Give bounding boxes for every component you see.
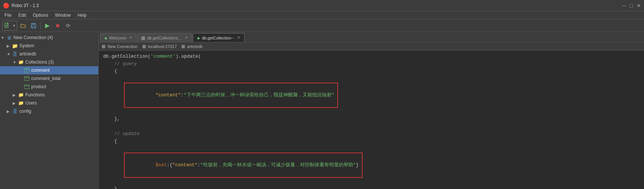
tab-getcollection2[interactable]: ● db.getCollection··· ✕ bbox=[193, 33, 245, 42]
menu-file[interactable]: File bbox=[1, 12, 15, 19]
arrow-product: ▶ bbox=[19, 85, 24, 89]
title-bar-controls[interactable]: ─ □ ✕ bbox=[622, 3, 641, 8]
collections-label: Collections (3) bbox=[25, 60, 54, 65]
config-label: config bbox=[19, 109, 31, 114]
close-button[interactable]: ✕ bbox=[637, 3, 641, 8]
comment-total-label: comment_total bbox=[31, 76, 61, 81]
svg-rect-9 bbox=[24, 77, 29, 80]
toolbar-sep-1 bbox=[40, 22, 41, 29]
sidebar-item-product[interactable]: ▶ product bbox=[0, 83, 98, 91]
run-button[interactable]: ▶ bbox=[43, 21, 52, 30]
arrow-connection: ▼ bbox=[1, 36, 6, 40]
comment-label: comment bbox=[31, 68, 50, 73]
toolbar: ▼ ▶ ■ ⟳ bbox=[0, 19, 644, 32]
system-label: System bbox=[19, 43, 34, 48]
arrow-users: ▶ bbox=[13, 101, 18, 105]
server-icon: 🖥 bbox=[6, 35, 12, 41]
menu-options[interactable]: Options bbox=[30, 12, 51, 19]
tab-getcollection2-close[interactable]: ✕ bbox=[237, 35, 240, 40]
arrow-system: ▶ bbox=[7, 44, 12, 48]
stop-button[interactable]: ■ bbox=[53, 21, 62, 30]
new-button[interactable] bbox=[3, 21, 12, 30]
code-line-comment-update: // update bbox=[99, 130, 644, 138]
breadcrumb-connection: New Connection bbox=[108, 44, 138, 49]
app-logo: 🔴 bbox=[3, 3, 9, 9]
menu-edit[interactable]: Edit bbox=[15, 12, 29, 19]
menu-window[interactable]: Window bbox=[52, 12, 74, 19]
folder-icon-collections: 📁 bbox=[18, 59, 24, 65]
tab-getcollection1-icon: ▦ bbox=[141, 35, 145, 41]
code-line-highlighted-query: "content":"下午两三点的时候，冲一杯绿茶给自己，既提神醒脑，又能抵抗辐… bbox=[99, 75, 644, 115]
maximize-button[interactable]: □ bbox=[630, 3, 633, 8]
product-label: product bbox=[31, 84, 46, 89]
open-button[interactable] bbox=[19, 21, 28, 30]
breadcrumb-icon-db: ▦ bbox=[181, 44, 185, 49]
articledb-label: articledb bbox=[19, 51, 36, 57]
tab-getcollection2-dot: ● bbox=[197, 35, 200, 41]
sidebar-item-comment-total[interactable]: ▶ comment_total bbox=[0, 74, 98, 83]
sidebar-item-users[interactable]: ▶ 📁 Users bbox=[0, 99, 98, 107]
save-button[interactable] bbox=[29, 21, 38, 30]
breadcrumb-host: localhost:27017 bbox=[148, 44, 177, 49]
tab-getcollection1-label: db.getCollection(… bbox=[147, 36, 182, 40]
editor-area: ● Welcome ✕ ▦ db.getCollection(… ✕ ● db.… bbox=[99, 32, 644, 189]
sidebar-item-connection[interactable]: ▼ 🖥 New Connection (4) bbox=[0, 33, 98, 42]
code-editor[interactable]: db.getCollection('comment').update( // q… bbox=[99, 51, 644, 189]
collection-icon-comment bbox=[24, 67, 30, 73]
sidebar-item-collections[interactable]: ▼ 📁 Collections (3) bbox=[0, 58, 98, 66]
main-content: ▼ 🖥 New Connection (4) ▶ 📁 System ▼ 🗄 ar… bbox=[0, 32, 644, 189]
code-line-closebrace1: }, bbox=[99, 115, 644, 123]
menu-bar: File Edit Options Window Help bbox=[0, 11, 644, 19]
folder-icon-functions: 📁 bbox=[18, 92, 24, 98]
arrow-functions: ▶ bbox=[13, 93, 18, 97]
toolbar-new-group: ▼ bbox=[2, 21, 17, 31]
code-line-func: db.getCollection('comment').update( bbox=[99, 53, 644, 60]
arrow-articledb: ▼ bbox=[7, 52, 12, 56]
tab-bar: ● Welcome ✕ ▦ db.getCollection(… ✕ ● db.… bbox=[99, 32, 644, 42]
tab-getcollection2-label: db.getCollection··· bbox=[202, 36, 235, 40]
sidebar-item-articledb[interactable]: ▼ 🗄 articledb bbox=[0, 50, 98, 58]
svg-rect-6 bbox=[32, 26, 35, 28]
tab-welcome-dot: ● bbox=[104, 35, 107, 41]
code-line-brace1: { bbox=[99, 68, 644, 75]
code-line-closebrace2: }, bbox=[99, 185, 644, 189]
dropdown-arrow[interactable]: ▼ bbox=[12, 21, 17, 30]
menu-help[interactable]: Help bbox=[74, 12, 90, 19]
tab-getcollection1[interactable]: ▦ db.getCollection(… ✕ bbox=[137, 33, 192, 42]
code-line-highlighted-update: $set:{"content":"吃饭前，先喝一杯水或一碗汤，可减少饭量，对控制… bbox=[99, 145, 644, 185]
users-label: Users bbox=[25, 100, 37, 106]
breadcrumb-db: articledb bbox=[187, 44, 203, 49]
folder-icon-system: 📁 bbox=[12, 43, 18, 49]
title-bar-left: 🔴 Robo 3T - 1.3 bbox=[3, 3, 39, 9]
code-line-empty1 bbox=[99, 123, 644, 130]
collection-icon-product bbox=[24, 84, 30, 90]
sidebar: ▼ 🖥 New Connection (4) ▶ 📁 System ▼ 🗄 ar… bbox=[0, 32, 99, 189]
connection-label: New Connection (4) bbox=[13, 35, 53, 40]
svg-rect-11 bbox=[24, 85, 29, 89]
arrow-config: ▶ bbox=[7, 109, 12, 113]
breadcrumb: ▦ New Connection ▦ localhost:27017 ▦ art… bbox=[99, 42, 644, 51]
breadcrumb-icon-connection: ▦ bbox=[102, 44, 105, 49]
refresh-button[interactable]: ⟳ bbox=[64, 21, 73, 30]
minimize-button[interactable]: ─ bbox=[622, 3, 626, 8]
arrow-comment: ▶ bbox=[19, 68, 24, 73]
tab-getcollection1-close[interactable]: ✕ bbox=[185, 35, 188, 40]
db-icon-articledb: 🗄 bbox=[12, 51, 18, 57]
title-bar: 🔴 Robo 3T - 1.3 ─ □ ✕ bbox=[0, 0, 644, 11]
app-title: Robo 3T - 1.3 bbox=[12, 3, 39, 8]
tab-welcome[interactable]: ● Welcome ✕ bbox=[100, 33, 136, 42]
code-line-comment-query: // query bbox=[99, 60, 644, 68]
sidebar-item-functions[interactable]: ▶ 📁 Functions bbox=[0, 91, 98, 99]
sidebar-item-system[interactable]: ▶ 📁 System bbox=[0, 42, 98, 50]
sidebar-item-comment[interactable]: ▶ comment bbox=[0, 66, 98, 74]
db-icon-config: 🗄 bbox=[12, 108, 18, 114]
svg-rect-5 bbox=[32, 23, 35, 25]
sidebar-item-config[interactable]: ▶ 🗄 config bbox=[0, 107, 98, 115]
breadcrumb-icon-host: ▦ bbox=[142, 44, 146, 49]
tab-welcome-label: Welcome bbox=[109, 36, 126, 40]
tab-welcome-close[interactable]: ✕ bbox=[129, 35, 132, 40]
arrow-collections: ▼ bbox=[13, 60, 18, 64]
code-line-brace2: { bbox=[99, 138, 644, 145]
arrow-comment-total: ▶ bbox=[19, 77, 24, 81]
svg-rect-7 bbox=[24, 68, 29, 72]
